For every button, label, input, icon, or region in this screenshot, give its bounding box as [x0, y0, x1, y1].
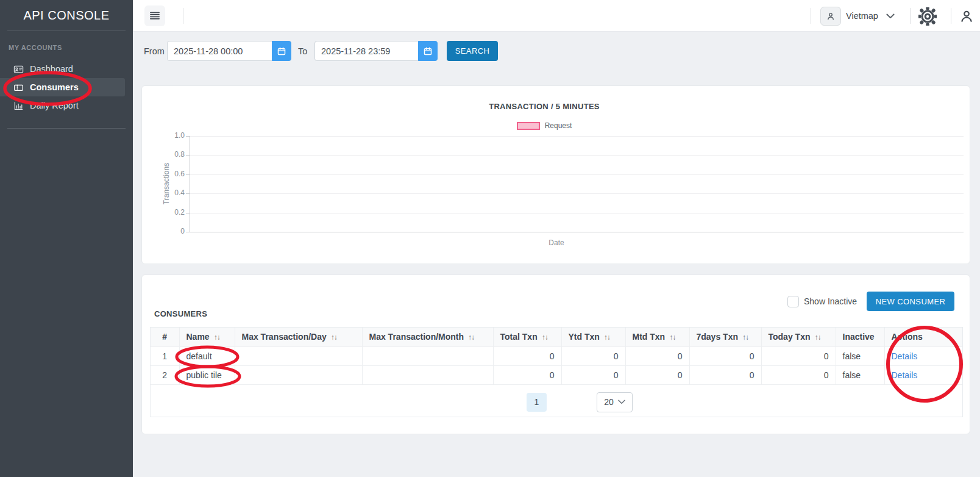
show-inactive-label: Show Inactive	[804, 296, 857, 306]
search-button[interactable]: SEARCH	[447, 41, 498, 61]
column-header-max-month[interactable]: Max Transaction/Month↑↓	[362, 328, 493, 346]
sort-icon: ↑↓	[669, 333, 675, 342]
cell-ytd-txn: 0	[561, 365, 625, 384]
cell-ytd-txn: 0	[561, 346, 625, 365]
cell-total-txn: 0	[493, 365, 561, 384]
show-inactive-checkbox[interactable]	[787, 296, 799, 307]
sidebar-item-dashboard[interactable]: Dashboard	[0, 60, 125, 78]
sort-icon: ↑↓	[742, 333, 748, 342]
sidebar-item-daily-report[interactable]: Daily Report	[0, 96, 125, 115]
sort-icon: ↑↓	[542, 333, 548, 342]
cell-actions: Details	[884, 365, 962, 384]
to-date-group	[314, 41, 438, 61]
page-1-button[interactable]: 1	[527, 393, 547, 412]
cell-index: 1	[151, 346, 179, 365]
chart-y-axis-label: Transactions	[162, 153, 171, 214]
topbar: Vietmap	[133, 0, 980, 32]
to-calendar-button[interactable]	[418, 41, 438, 61]
chart-title: TRANSACTION / 5 MINUTES	[142, 102, 946, 111]
topbar-divider	[183, 8, 183, 24]
cell-7days-txn: 0	[689, 346, 761, 365]
sidebar-section-label: MY ACCOUNTS	[9, 44, 124, 51]
ticket-icon	[13, 82, 24, 93]
sort-icon: ↑↓	[814, 333, 820, 342]
sidebar-item-label: Daily Report	[30, 101, 79, 110]
sort-icon: ↑↓	[331, 333, 337, 342]
column-header-today-txn[interactable]: Today Txn↑↓	[761, 328, 836, 346]
sidebar-item-consumers[interactable]: Consumers	[0, 78, 125, 96]
cell-max-day	[235, 365, 362, 384]
new-consumer-button[interactable]: NEW CONSUMER	[867, 292, 954, 311]
cell-7days-txn: 0	[689, 365, 761, 384]
pagination: 1 20	[151, 385, 962, 417]
account-avatar-button[interactable]	[820, 7, 841, 26]
column-header-max-day[interactable]: Max Transaction/Day↑↓	[235, 328, 362, 346]
table-row: 1 default 0 0 0 0 0 false Details	[151, 346, 962, 365]
topbar-divider	[910, 8, 911, 24]
column-header-name[interactable]: Name↑↓	[179, 328, 235, 346]
gear-icon	[918, 7, 937, 26]
column-header-actions: Actions	[884, 328, 962, 346]
api-console-screen: API CONSOLE MY ACCOUNTS Dashboard	[0, 0, 980, 477]
column-header-index: #	[151, 328, 179, 346]
user-menu-button[interactable]	[957, 7, 976, 26]
details-link[interactable]: Details	[892, 351, 918, 361]
calendar-icon	[277, 46, 286, 56]
gridline	[190, 174, 964, 175]
cell-mtd-txn: 0	[625, 346, 689, 365]
details-link[interactable]: Details	[892, 370, 918, 380]
consumers-card: CONSUMERS Show Inactive NEW CONSUMER # N…	[141, 274, 970, 434]
y-tick-label: 0.8	[158, 150, 185, 159]
sort-icon: ↑↓	[468, 333, 474, 342]
consumers-title: CONSUMERS	[154, 309, 207, 318]
gridline	[190, 136, 964, 137]
table-row: 2 public tile 0 0 0 0 0 false Details	[151, 365, 962, 384]
account-name: Vietmap	[846, 0, 878, 32]
legend-swatch-request	[517, 122, 540, 130]
hamburger-icon	[149, 10, 161, 22]
person-icon	[959, 9, 975, 24]
sort-icon: ↑↓	[214, 333, 220, 342]
y-tick-label: 0	[158, 227, 185, 235]
x-axis-line	[190, 232, 964, 232]
y-axis-line	[190, 136, 190, 232]
y-tick-label: 0.4	[158, 188, 185, 197]
cell-actions: Details	[884, 346, 962, 365]
y-tick-label: 0.6	[158, 170, 185, 178]
cell-total-txn: 0	[493, 346, 561, 365]
settings-button[interactable]	[918, 7, 937, 26]
id-card-icon	[13, 64, 24, 74]
sidebar-divider	[7, 30, 126, 31]
chart-legend: Request	[142, 121, 946, 130]
topbar-divider	[951, 8, 951, 24]
consumers-table: # Name↑↓ Max Transaction/Day↑↓ Max Trans…	[150, 327, 963, 417]
chevron-down-icon	[618, 400, 625, 404]
menu-toggle-button[interactable]	[144, 5, 165, 26]
sort-icon: ↑↓	[604, 333, 610, 342]
column-header-ytd-txn[interactable]: Ytd Txn↑↓	[561, 328, 625, 346]
from-date-group	[167, 41, 291, 61]
cell-max-month	[362, 365, 493, 384]
topbar-divider	[811, 8, 811, 24]
column-header-7days-txn[interactable]: 7days Txn↑↓	[689, 328, 761, 346]
calendar-icon	[423, 46, 433, 56]
page-size-select[interactable]: 20	[597, 392, 633, 412]
column-header-total-txn[interactable]: Total Txn↑↓	[493, 328, 561, 346]
column-header-mtd-txn[interactable]: Mtd Txn↑↓	[625, 328, 689, 346]
transactions-chart-card: TRANSACTION / 5 MINUTES Request Transact…	[141, 85, 970, 264]
legend-label: Request	[545, 121, 572, 130]
cell-name: public tile	[179, 365, 235, 384]
person-icon	[825, 11, 836, 22]
sidebar-item-label: Consumers	[30, 82, 79, 92]
gridline	[190, 193, 964, 194]
gridline	[190, 155, 964, 156]
cell-today-txn: 0	[761, 365, 836, 384]
chevron-down-icon[interactable]	[886, 13, 895, 19]
from-calendar-button[interactable]	[272, 41, 291, 61]
y-tick-label: 0.2	[158, 208, 185, 217]
sidebar-divider	[7, 128, 126, 129]
cell-max-month	[362, 346, 493, 365]
y-tick-label: 1.0	[158, 131, 185, 140]
page-size-value: 20	[604, 397, 614, 407]
table-header-row: # Name↑↓ Max Transaction/Day↑↓ Max Trans…	[151, 328, 962, 346]
